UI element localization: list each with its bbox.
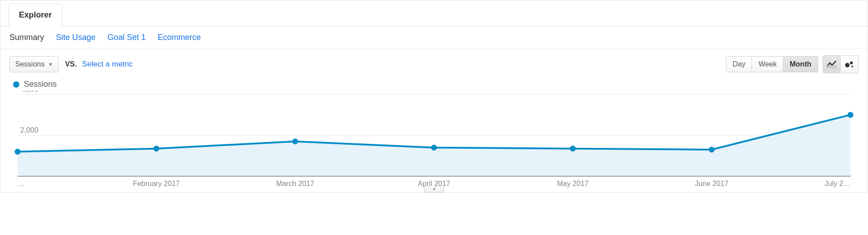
subnav-ecommerce[interactable]: Ecommerce	[158, 33, 201, 42]
svg-point-11	[431, 145, 437, 151]
svg-text:4,000: 4,000	[20, 91, 38, 93]
svg-text:June 2017: June 2017	[695, 180, 729, 187]
sessions-line-chart: 2,0004,000 …February 2017March 2017April…	[13, 91, 855, 190]
svg-text:…: …	[18, 180, 25, 187]
primary-metric-label: Sessions	[15, 60, 45, 68]
controls-row: Sessions ▼ VS. Select a metric Day Week …	[0, 49, 868, 80]
svg-point-14	[847, 112, 853, 118]
svg-point-8	[15, 149, 21, 155]
time-grain-group: Day Week Month	[726, 56, 818, 72]
legend-label: Sessions	[24, 80, 57, 89]
bubble-chart-icon	[845, 60, 855, 68]
svg-point-10	[292, 138, 298, 144]
svg-text:2,000: 2,000	[20, 126, 38, 134]
svg-text:February 2017: February 2017	[133, 180, 180, 187]
svg-point-13	[709, 146, 715, 152]
chevron-down-icon: ▾	[433, 186, 435, 191]
svg-point-2	[850, 62, 852, 64]
subnav-summary[interactable]: Summary	[9, 33, 44, 42]
svg-text:July 2…: July 2…	[824, 180, 850, 187]
tab-explorer[interactable]: Explorer	[9, 4, 62, 27]
explorer-panel: Explorer Summary Site Usage Goal Set 1 E…	[0, 0, 868, 193]
tabstrip: Explorer	[0, 0, 868, 27]
caret-down-icon: ▼	[48, 62, 53, 67]
svg-text:March 2017: March 2017	[276, 180, 314, 187]
primary-metric-dropdown[interactable]: Sessions ▼	[9, 56, 59, 72]
svg-point-9	[153, 146, 159, 151]
chart-area: 2,0004,000 …February 2017March 2017April…	[0, 91, 868, 192]
subnav-goal-set-1[interactable]: Goal Set 1	[107, 33, 146, 42]
grain-month[interactable]: Month	[783, 56, 818, 72]
grain-day[interactable]: Day	[726, 56, 752, 72]
legend-swatch	[13, 81, 19, 88]
svg-point-3	[851, 66, 853, 67]
chart-legend: Sessions	[0, 80, 868, 91]
resize-handle[interactable]: ▾	[424, 186, 444, 192]
vs-label: VS.	[65, 60, 77, 68]
chart-type-group	[823, 55, 859, 73]
svg-text:May 2017: May 2017	[557, 180, 589, 187]
select-secondary-metric[interactable]: Select a metric	[82, 60, 133, 69]
svg-rect-0	[827, 65, 837, 68]
subnav: Summary Site Usage Goal Set 1 Ecommerce	[0, 27, 868, 49]
svg-point-12	[570, 146, 576, 151]
chart-type-line-button[interactable]	[823, 55, 841, 73]
line-chart-icon	[827, 60, 837, 68]
grain-week[interactable]: Week	[752, 56, 783, 72]
subnav-site-usage[interactable]: Site Usage	[56, 33, 95, 42]
svg-point-1	[845, 63, 850, 67]
chart-type-bubble-button[interactable]	[841, 55, 859, 73]
